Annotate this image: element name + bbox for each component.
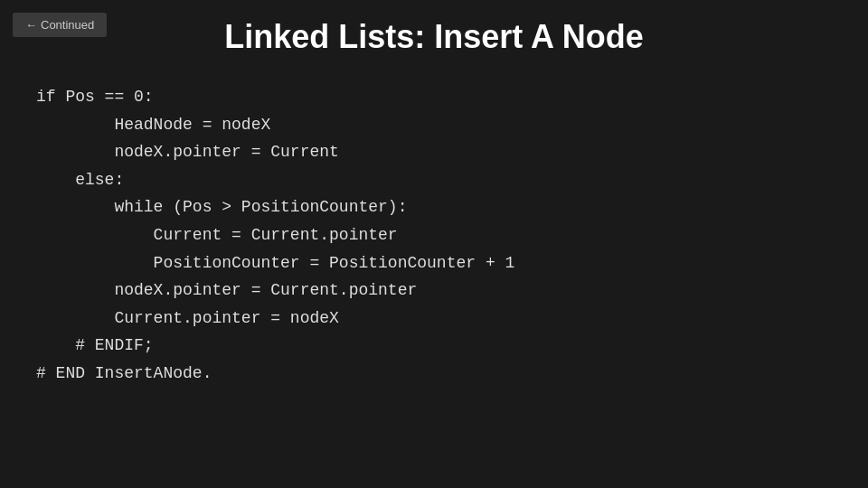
code-line-5: while (Pos > PositionCounter): [36, 198, 407, 216]
code-line-10: # ENDIF; [36, 336, 154, 354]
back-button[interactable]: ←Continued [13, 13, 107, 37]
code-line-9: Current.pointer = nodeX [36, 309, 339, 327]
code-line-1: if Pos == 0: [36, 88, 154, 106]
back-button-label: Continued [41, 18, 94, 32]
back-arrow-icon: ← [25, 18, 37, 32]
code-block: if Pos == 0: HeadNode = nodeX nodeX.poin… [0, 83, 868, 388]
code-line-2: HeadNode = nodeX [36, 116, 270, 134]
code-line-6: Current = Current.pointer [36, 226, 398, 244]
slide-title: Linked Lists: Insert A Node [0, 18, 868, 65]
code-line-8: nodeX.pointer = Current.pointer [36, 281, 417, 299]
code-line-7: PositionCounter = PositionCounter + 1 [36, 254, 514, 272]
code-line-11: # END InsertANode. [36, 364, 212, 382]
code-line-4: else: [36, 171, 124, 189]
code-line-3: nodeX.pointer = Current [36, 143, 339, 161]
